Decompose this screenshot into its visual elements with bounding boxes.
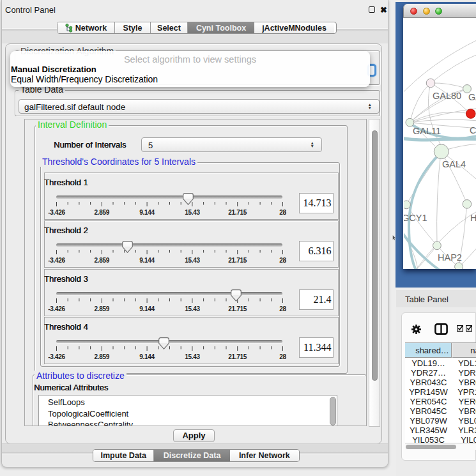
svg-text:GA: GA <box>468 92 476 102</box>
svg-text:H: H <box>470 213 476 223</box>
svg-text:GAL80: GAL80 <box>433 91 461 101</box>
svg-text:C: C <box>470 125 476 135</box>
svg-text:GAL4: GAL4 <box>442 159 466 169</box>
svg-text:GCY1: GCY1 <box>404 213 427 223</box>
svg-text:GAL11: GAL11 <box>413 126 441 136</box>
svg-text:HAP2: HAP2 <box>438 252 462 263</box>
